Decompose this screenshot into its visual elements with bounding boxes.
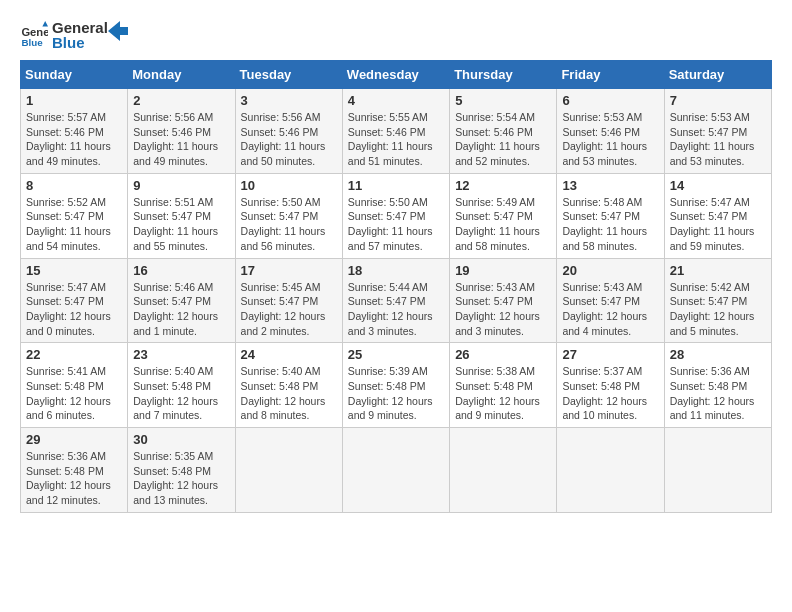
calendar-cell — [664, 428, 771, 513]
day-number: 7 — [670, 93, 766, 108]
day-of-week-header-tuesday: Tuesday — [235, 61, 342, 89]
day-number: 12 — [455, 178, 551, 193]
page-header: General Blue General Blue — [20, 20, 772, 50]
day-info: Sunrise: 5:57 AMSunset: 5:46 PMDaylight:… — [26, 110, 122, 169]
day-number: 5 — [455, 93, 551, 108]
calendar-cell: 25Sunrise: 5:39 AMSunset: 5:48 PMDayligh… — [342, 343, 449, 428]
day-number: 24 — [241, 347, 337, 362]
day-number: 8 — [26, 178, 122, 193]
day-info: Sunrise: 5:48 AMSunset: 5:47 PMDaylight:… — [562, 195, 658, 254]
day-info: Sunrise: 5:47 AMSunset: 5:47 PMDaylight:… — [670, 195, 766, 254]
day-number: 30 — [133, 432, 229, 447]
day-number: 16 — [133, 263, 229, 278]
calendar-cell: 7Sunrise: 5:53 AMSunset: 5:47 PMDaylight… — [664, 89, 771, 174]
calendar-cell: 20Sunrise: 5:43 AMSunset: 5:47 PMDayligh… — [557, 258, 664, 343]
day-number: 27 — [562, 347, 658, 362]
day-info: Sunrise: 5:36 AMSunset: 5:48 PMDaylight:… — [670, 364, 766, 423]
day-number: 26 — [455, 347, 551, 362]
day-info: Sunrise: 5:36 AMSunset: 5:48 PMDaylight:… — [26, 449, 122, 508]
calendar-cell: 10Sunrise: 5:50 AMSunset: 5:47 PMDayligh… — [235, 173, 342, 258]
day-of-week-header-thursday: Thursday — [450, 61, 557, 89]
calendar-cell: 11Sunrise: 5:50 AMSunset: 5:47 PMDayligh… — [342, 173, 449, 258]
day-number: 2 — [133, 93, 229, 108]
calendar-cell: 9Sunrise: 5:51 AMSunset: 5:47 PMDaylight… — [128, 173, 235, 258]
day-number: 9 — [133, 178, 229, 193]
day-info: Sunrise: 5:55 AMSunset: 5:46 PMDaylight:… — [348, 110, 444, 169]
logo-icon: General Blue — [20, 21, 48, 49]
day-info: Sunrise: 5:40 AMSunset: 5:48 PMDaylight:… — [241, 364, 337, 423]
day-of-week-header-sunday: Sunday — [21, 61, 128, 89]
calendar-cell: 8Sunrise: 5:52 AMSunset: 5:47 PMDaylight… — [21, 173, 128, 258]
logo-general: General — [52, 20, 108, 35]
day-number: 1 — [26, 93, 122, 108]
svg-text:Blue: Blue — [21, 37, 43, 48]
calendar-cell: 16Sunrise: 5:46 AMSunset: 5:47 PMDayligh… — [128, 258, 235, 343]
calendar-cell: 1Sunrise: 5:57 AMSunset: 5:46 PMDaylight… — [21, 89, 128, 174]
day-number: 10 — [241, 178, 337, 193]
day-info: Sunrise: 5:54 AMSunset: 5:46 PMDaylight:… — [455, 110, 551, 169]
calendar-cell: 18Sunrise: 5:44 AMSunset: 5:47 PMDayligh… — [342, 258, 449, 343]
day-info: Sunrise: 5:46 AMSunset: 5:47 PMDaylight:… — [133, 280, 229, 339]
day-number: 23 — [133, 347, 229, 362]
day-info: Sunrise: 5:39 AMSunset: 5:48 PMDaylight:… — [348, 364, 444, 423]
day-of-week-header-wednesday: Wednesday — [342, 61, 449, 89]
calendar-cell: 24Sunrise: 5:40 AMSunset: 5:48 PMDayligh… — [235, 343, 342, 428]
calendar-cell — [450, 428, 557, 513]
calendar-cell: 17Sunrise: 5:45 AMSunset: 5:47 PMDayligh… — [235, 258, 342, 343]
day-number: 11 — [348, 178, 444, 193]
day-info: Sunrise: 5:44 AMSunset: 5:47 PMDaylight:… — [348, 280, 444, 339]
calendar-cell: 6Sunrise: 5:53 AMSunset: 5:46 PMDaylight… — [557, 89, 664, 174]
day-number: 19 — [455, 263, 551, 278]
logo-arrow-icon — [108, 21, 128, 41]
day-info: Sunrise: 5:56 AMSunset: 5:46 PMDaylight:… — [133, 110, 229, 169]
day-number: 17 — [241, 263, 337, 278]
day-info: Sunrise: 5:38 AMSunset: 5:48 PMDaylight:… — [455, 364, 551, 423]
calendar-week-row: 8Sunrise: 5:52 AMSunset: 5:47 PMDaylight… — [21, 173, 772, 258]
day-info: Sunrise: 5:40 AMSunset: 5:48 PMDaylight:… — [133, 364, 229, 423]
day-of-week-header-monday: Monday — [128, 61, 235, 89]
day-info: Sunrise: 5:53 AMSunset: 5:46 PMDaylight:… — [562, 110, 658, 169]
calendar-cell: 19Sunrise: 5:43 AMSunset: 5:47 PMDayligh… — [450, 258, 557, 343]
day-info: Sunrise: 5:37 AMSunset: 5:48 PMDaylight:… — [562, 364, 658, 423]
day-info: Sunrise: 5:47 AMSunset: 5:47 PMDaylight:… — [26, 280, 122, 339]
day-number: 21 — [670, 263, 766, 278]
calendar-cell: 12Sunrise: 5:49 AMSunset: 5:47 PMDayligh… — [450, 173, 557, 258]
calendar-week-row: 22Sunrise: 5:41 AMSunset: 5:48 PMDayligh… — [21, 343, 772, 428]
calendar-cell — [342, 428, 449, 513]
day-info: Sunrise: 5:52 AMSunset: 5:47 PMDaylight:… — [26, 195, 122, 254]
calendar-cell — [557, 428, 664, 513]
day-info: Sunrise: 5:53 AMSunset: 5:47 PMDaylight:… — [670, 110, 766, 169]
calendar-cell: 5Sunrise: 5:54 AMSunset: 5:46 PMDaylight… — [450, 89, 557, 174]
day-info: Sunrise: 5:43 AMSunset: 5:47 PMDaylight:… — [455, 280, 551, 339]
calendar-header-row: SundayMondayTuesdayWednesdayThursdayFrid… — [21, 61, 772, 89]
day-number: 22 — [26, 347, 122, 362]
day-of-week-header-friday: Friday — [557, 61, 664, 89]
day-number: 15 — [26, 263, 122, 278]
day-info: Sunrise: 5:41 AMSunset: 5:48 PMDaylight:… — [26, 364, 122, 423]
day-number: 25 — [348, 347, 444, 362]
day-number: 6 — [562, 93, 658, 108]
calendar-cell: 27Sunrise: 5:37 AMSunset: 5:48 PMDayligh… — [557, 343, 664, 428]
calendar-cell: 26Sunrise: 5:38 AMSunset: 5:48 PMDayligh… — [450, 343, 557, 428]
calendar-week-row: 29Sunrise: 5:36 AMSunset: 5:48 PMDayligh… — [21, 428, 772, 513]
calendar-cell: 21Sunrise: 5:42 AMSunset: 5:47 PMDayligh… — [664, 258, 771, 343]
calendar-cell: 22Sunrise: 5:41 AMSunset: 5:48 PMDayligh… — [21, 343, 128, 428]
calendar-week-row: 15Sunrise: 5:47 AMSunset: 5:47 PMDayligh… — [21, 258, 772, 343]
calendar-week-row: 1Sunrise: 5:57 AMSunset: 5:46 PMDaylight… — [21, 89, 772, 174]
day-info: Sunrise: 5:45 AMSunset: 5:47 PMDaylight:… — [241, 280, 337, 339]
day-info: Sunrise: 5:51 AMSunset: 5:47 PMDaylight:… — [133, 195, 229, 254]
calendar-cell: 13Sunrise: 5:48 AMSunset: 5:47 PMDayligh… — [557, 173, 664, 258]
logo: General Blue General Blue — [20, 20, 128, 50]
day-number: 20 — [562, 263, 658, 278]
day-info: Sunrise: 5:42 AMSunset: 5:47 PMDaylight:… — [670, 280, 766, 339]
day-of-week-header-saturday: Saturday — [664, 61, 771, 89]
logo-blue: Blue — [52, 35, 108, 50]
calendar-cell: 3Sunrise: 5:56 AMSunset: 5:46 PMDaylight… — [235, 89, 342, 174]
day-number: 18 — [348, 263, 444, 278]
day-info: Sunrise: 5:35 AMSunset: 5:48 PMDaylight:… — [133, 449, 229, 508]
day-number: 4 — [348, 93, 444, 108]
day-info: Sunrise: 5:56 AMSunset: 5:46 PMDaylight:… — [241, 110, 337, 169]
calendar-cell: 14Sunrise: 5:47 AMSunset: 5:47 PMDayligh… — [664, 173, 771, 258]
calendar-cell — [235, 428, 342, 513]
calendar-cell: 23Sunrise: 5:40 AMSunset: 5:48 PMDayligh… — [128, 343, 235, 428]
